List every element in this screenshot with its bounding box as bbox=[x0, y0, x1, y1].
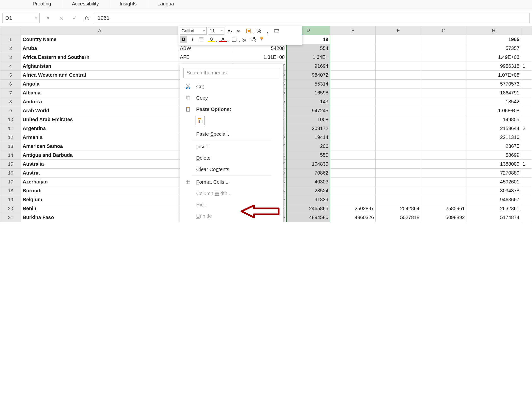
row-header[interactable]: 11 bbox=[0, 124, 21, 133]
menu-clear-contents[interactable]: Clear Contents bbox=[180, 164, 283, 175]
cell[interactable] bbox=[421, 133, 466, 142]
row-header[interactable]: 21 bbox=[0, 213, 21, 222]
cell[interactable]: 5027818 bbox=[376, 213, 421, 222]
cell[interactable] bbox=[421, 151, 466, 160]
font-size-selector[interactable]: 11 ▾ bbox=[208, 27, 224, 35]
cell[interactable]: 9463667 bbox=[466, 195, 521, 204]
cell[interactable]: Andorra bbox=[21, 97, 178, 106]
cell[interactable]: 143 bbox=[287, 97, 330, 106]
cell[interactable]: 57357 bbox=[466, 44, 521, 53]
col-header-G[interactable]: G bbox=[421, 26, 466, 35]
cell[interactable] bbox=[330, 44, 376, 53]
row-header[interactable]: 17 bbox=[0, 178, 21, 186]
cell[interactable]: 5098892 bbox=[421, 213, 466, 222]
cell[interactable] bbox=[376, 53, 421, 62]
cell[interactable] bbox=[376, 62, 421, 71]
cell[interactable]: Armenia bbox=[21, 133, 178, 142]
cell[interactable] bbox=[330, 186, 376, 195]
cell[interactable] bbox=[330, 133, 376, 142]
row-header[interactable]: 5 bbox=[0, 71, 21, 80]
cell[interactable] bbox=[421, 186, 466, 195]
select-all-corner[interactable] bbox=[0, 26, 21, 35]
increase-decimal-icon[interactable]: ←.0.00 bbox=[241, 36, 248, 43]
cell[interactable]: 1.34E+ bbox=[287, 53, 330, 62]
cell[interactable]: 1965 bbox=[466, 35, 521, 44]
decrease-decimal-icon[interactable]: .00→.0 bbox=[250, 36, 257, 43]
cell[interactable]: 2 bbox=[521, 124, 532, 133]
chevron-down-icon[interactable]: ▾ bbox=[35, 16, 37, 20]
cell[interactable]: 1008 bbox=[287, 115, 330, 124]
cell[interactable] bbox=[330, 151, 376, 160]
cell[interactable] bbox=[421, 62, 466, 71]
cell[interactable] bbox=[376, 142, 421, 151]
cell[interactable] bbox=[330, 160, 376, 169]
cell[interactable] bbox=[421, 169, 466, 178]
cell[interactable] bbox=[521, 213, 532, 222]
cell[interactable] bbox=[330, 178, 376, 186]
percent-icon[interactable]: % bbox=[255, 27, 263, 35]
cell[interactable]: 9956318 bbox=[466, 62, 521, 71]
align-button[interactable] bbox=[198, 36, 205, 43]
row-header[interactable]: 13 bbox=[0, 142, 21, 151]
cell[interactable] bbox=[330, 53, 376, 62]
cell[interactable]: Burkina Faso bbox=[21, 213, 178, 222]
cell[interactable] bbox=[521, 35, 532, 44]
cell[interactable]: 2502897 bbox=[330, 204, 376, 213]
menu-format-cells[interactable]: Format Cells... bbox=[180, 176, 283, 188]
name-box[interactable]: D1 ▾ bbox=[2, 13, 40, 23]
row-header[interactable]: 14 bbox=[0, 151, 21, 160]
cell[interactable]: 3094378 bbox=[466, 186, 521, 195]
cell[interactable]: 91839 bbox=[287, 195, 330, 204]
cell[interactable]: Burundi bbox=[21, 186, 178, 195]
cell[interactable]: 4592601 bbox=[466, 178, 521, 186]
cell[interactable]: Belgium bbox=[21, 195, 178, 204]
cell[interactable] bbox=[376, 106, 421, 115]
cell[interactable] bbox=[421, 71, 466, 80]
cell[interactable]: 2585961 bbox=[421, 204, 466, 213]
cell[interactable]: 91694 bbox=[287, 62, 330, 71]
cell[interactable]: 2542864 bbox=[376, 204, 421, 213]
row-header[interactable]: 18 bbox=[0, 186, 21, 195]
cell[interactable]: American Samoa bbox=[21, 142, 178, 151]
cell[interactable]: 1.31E+08 bbox=[232, 53, 286, 62]
cell[interactable] bbox=[521, 142, 532, 151]
cell[interactable]: 947245 bbox=[287, 106, 330, 115]
cell[interactable] bbox=[421, 44, 466, 53]
cell[interactable] bbox=[376, 178, 421, 186]
cell[interactable] bbox=[376, 80, 421, 89]
cell[interactable]: Antigua and Barbuda bbox=[21, 151, 178, 160]
decrease-font-icon[interactable]: A▾ bbox=[235, 27, 242, 35]
cell[interactable] bbox=[330, 169, 376, 178]
row-header[interactable]: 3 bbox=[0, 53, 21, 62]
cell[interactable] bbox=[521, 53, 532, 62]
cell[interactable]: 208172 bbox=[287, 124, 330, 133]
col-header-A[interactable]: A bbox=[21, 26, 178, 35]
decrease-button[interactable]: ▾ bbox=[43, 13, 53, 23]
accounting-format-icon[interactable]: ▾ bbox=[244, 27, 254, 35]
row-header[interactable]: 20 bbox=[0, 204, 21, 213]
cell[interactable]: Angola bbox=[21, 80, 178, 89]
cell[interactable] bbox=[521, 71, 532, 80]
format-painter-icon[interactable] bbox=[259, 36, 266, 43]
cell[interactable] bbox=[521, 204, 532, 213]
cell[interactable]: 16598 bbox=[287, 89, 330, 97]
font-selector[interactable]: Calibri ▾ bbox=[180, 27, 207, 35]
fx-label[interactable]: ƒx bbox=[84, 15, 89, 21]
menu-column-width[interactable]: Column Width... bbox=[180, 188, 283, 199]
col-header-E[interactable]: E bbox=[330, 26, 376, 35]
cell[interactable] bbox=[521, 195, 532, 204]
cell[interactable] bbox=[376, 35, 421, 44]
cell[interactable]: 58699 bbox=[466, 151, 521, 160]
cell[interactable]: 1.49E+08 bbox=[466, 53, 521, 62]
cell[interactable] bbox=[376, 151, 421, 160]
cell[interactable]: 23675 bbox=[466, 142, 521, 151]
cell[interactable] bbox=[521, 115, 532, 124]
cell[interactable] bbox=[421, 178, 466, 186]
cell[interactable] bbox=[330, 195, 376, 204]
cell[interactable] bbox=[421, 106, 466, 115]
merge-center-icon[interactable] bbox=[273, 27, 280, 35]
cell[interactable] bbox=[421, 97, 466, 106]
cell[interactable]: 28524 bbox=[287, 186, 330, 195]
cell[interactable] bbox=[421, 53, 466, 62]
cell[interactable] bbox=[521, 89, 532, 97]
